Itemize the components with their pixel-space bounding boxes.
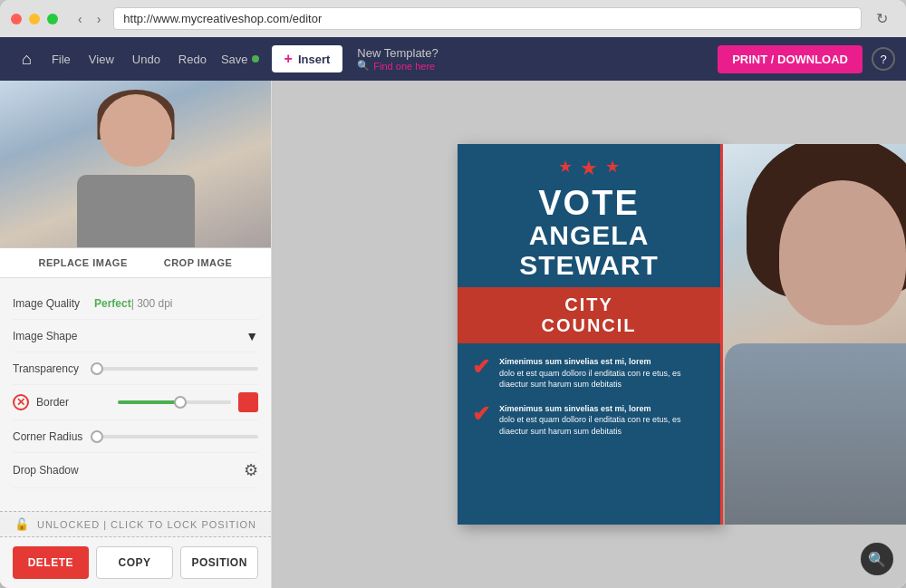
- search-icon: 🔍: [357, 60, 370, 72]
- lock-icon: 🔓: [14, 517, 30, 531]
- poster-banner-line2: COUNCIL: [476, 315, 702, 336]
- drop-shadow-settings-icon[interactable]: ⚙: [244, 460, 258, 480]
- canvas-area[interactable]: ★ ★ ★ VOTE ANGELA STEWART CITY COUNCIL ✔: [272, 81, 906, 588]
- transparency-slider[interactable]: [94, 367, 258, 371]
- checkmark-2: ✔: [472, 401, 490, 427]
- file-menu[interactable]: File: [43, 53, 80, 66]
- star-left: ★: [558, 157, 573, 180]
- poster-banner-line1: CITY: [476, 294, 702, 315]
- corner-radius-slider[interactable]: [94, 435, 258, 439]
- checkmark-1: ✔: [472, 354, 490, 380]
- image-quality-row: Image Quality Perfect | 300 dpi: [13, 287, 258, 320]
- border-control: [118, 400, 231, 404]
- photo-face: [779, 180, 906, 325]
- drop-shadow-row: Drop Shadow ⚙: [13, 453, 258, 488]
- save-label: Save: [221, 53, 248, 66]
- new-template-title: New Template?: [357, 46, 438, 60]
- redo-menu[interactable]: Redo: [169, 53, 216, 66]
- home-button[interactable]: ⌂: [11, 50, 43, 69]
- image-quality-label: Image Quality: [13, 297, 94, 310]
- border-label: Border: [36, 396, 118, 409]
- poster-name-line1: ANGELA: [458, 220, 720, 250]
- bullet-item-2: ✔ Ximenimus sum sinvelias est mi, lorem …: [472, 403, 706, 438]
- forward-button[interactable]: ›: [92, 10, 107, 28]
- browser-titlebar: ‹ › http://www.mycreativeshop.com/editor…: [0, 0, 906, 37]
- save-menu[interactable]: Save: [216, 53, 265, 66]
- poster-name-line2: STEWART: [458, 250, 720, 280]
- bullet-text-2: Ximenimus sum sinvelias est mi, lorem do…: [499, 403, 706, 438]
- app-toolbar: ⌂ File View Undo Redo Save + Insert New …: [0, 37, 906, 81]
- bottom-actions: DELETE COPY POSITION: [0, 537, 271, 588]
- border-row: ✕ Border: [13, 385, 258, 420]
- lock-label: UNLOCKED | CLICK TO LOCK POSITION: [37, 519, 256, 530]
- new-template-promo: New Template? 🔍 Find one here: [357, 46, 438, 72]
- border-color-picker[interactable]: [238, 392, 258, 412]
- main-content: REPLACE IMAGE CROP IMAGE Image Quality P…: [0, 81, 906, 588]
- drop-shadow-label: Drop Shadow: [13, 464, 94, 477]
- star-right: ★: [605, 157, 620, 180]
- corner-radius-control: [94, 435, 258, 439]
- refresh-button[interactable]: ↻: [869, 8, 895, 29]
- photo-body: [725, 343, 906, 525]
- address-bar[interactable]: http://www.mycreativeshop.com/editor: [113, 7, 862, 30]
- replace-image-button[interactable]: REPLACE IMAGE: [39, 257, 128, 268]
- poster-vote-text: VOTE: [458, 186, 720, 220]
- address-url: www.mycreativeshop.com/editor: [153, 12, 322, 25]
- transparency-thumb[interactable]: [91, 362, 103, 375]
- image-shape-dropdown[interactable]: ▼: [246, 329, 258, 343]
- border-thumb[interactable]: [174, 396, 187, 409]
- transparency-control: [94, 367, 258, 371]
- new-template-link[interactable]: 🔍 Find one here: [357, 60, 438, 72]
- zoom-button[interactable]: 🔍: [861, 543, 893, 575]
- poster-bullets: ✔ Ximenimus sum sinvelias est mi, lorem …: [458, 343, 720, 525]
- corner-radius-row: Corner Radius: [13, 420, 258, 453]
- browser-window: ‹ › http://www.mycreativeshop.com/editor…: [0, 0, 906, 588]
- left-panel: REPLACE IMAGE CROP IMAGE Image Quality P…: [0, 81, 272, 588]
- quality-dpi: | 300 dpi: [131, 297, 173, 310]
- insert-button[interactable]: + Insert: [272, 45, 343, 72]
- view-menu[interactable]: View: [80, 53, 123, 66]
- poster-banner: CITY COUNCIL: [458, 287, 720, 343]
- image-shape-value: ▼: [94, 329, 258, 343]
- campaign-poster: ★ ★ ★ VOTE ANGELA STEWART CITY COUNCIL ✔: [458, 144, 720, 525]
- minimize-dot[interactable]: [29, 14, 40, 24]
- print-download-button[interactable]: PRINT / DOWNLOAD: [718, 45, 863, 73]
- image-shape-row: Image Shape ▼: [13, 320, 258, 352]
- person-body: [77, 175, 195, 247]
- crop-image-button[interactable]: CROP IMAGE: [164, 257, 233, 268]
- image-quality-value: Perfect | 300 dpi: [94, 297, 258, 310]
- address-prefix: http://: [123, 12, 153, 25]
- bullet-item-1: ✔ Ximenimus sum sinvelias est mi, lorem …: [472, 356, 706, 390]
- insert-plus-icon: +: [284, 51, 293, 67]
- back-button[interactable]: ‹: [72, 10, 88, 28]
- image-actions: REPLACE IMAGE CROP IMAGE: [0, 248, 271, 278]
- image-preview: [0, 81, 271, 248]
- position-button[interactable]: POSITION: [180, 546, 258, 579]
- lock-position-bar[interactable]: 🔓 UNLOCKED | CLICK TO LOCK POSITION: [0, 511, 271, 537]
- copy-button[interactable]: COPY: [96, 546, 174, 579]
- corner-radius-label: Corner Radius: [13, 430, 94, 443]
- photo-overlay: [720, 144, 906, 525]
- properties-panel: Image Quality Perfect | 300 dpi Image Sh…: [0, 278, 271, 511]
- preview-photo: [0, 81, 271, 247]
- maximize-dot[interactable]: [47, 14, 58, 24]
- image-shape-label: Image Shape: [13, 330, 94, 342]
- delete-button[interactable]: DELETE: [13, 546, 89, 579]
- poster-stars: ★ ★ ★: [458, 144, 720, 186]
- browser-nav: ‹ ›: [72, 10, 106, 28]
- zoom-icon: 🔍: [868, 551, 886, 568]
- bullet-text-1: Ximenimus sum sinvelias est mi, lorem do…: [499, 356, 706, 390]
- save-indicator: [252, 55, 259, 63]
- close-dot[interactable]: [11, 14, 22, 24]
- undo-menu[interactable]: Undo: [123, 53, 169, 66]
- drop-shadow-control: ⚙: [94, 460, 258, 480]
- person-face: [100, 94, 172, 167]
- border-remove-button[interactable]: ✕: [13, 394, 29, 410]
- star-center: ★: [580, 157, 598, 180]
- candidate-photo: [723, 144, 906, 525]
- help-button[interactable]: ?: [872, 47, 895, 71]
- corner-radius-thumb[interactable]: [91, 430, 103, 443]
- border-slider[interactable]: [118, 400, 231, 404]
- insert-label: Insert: [298, 53, 330, 66]
- transparency-label: Transparency: [13, 362, 94, 375]
